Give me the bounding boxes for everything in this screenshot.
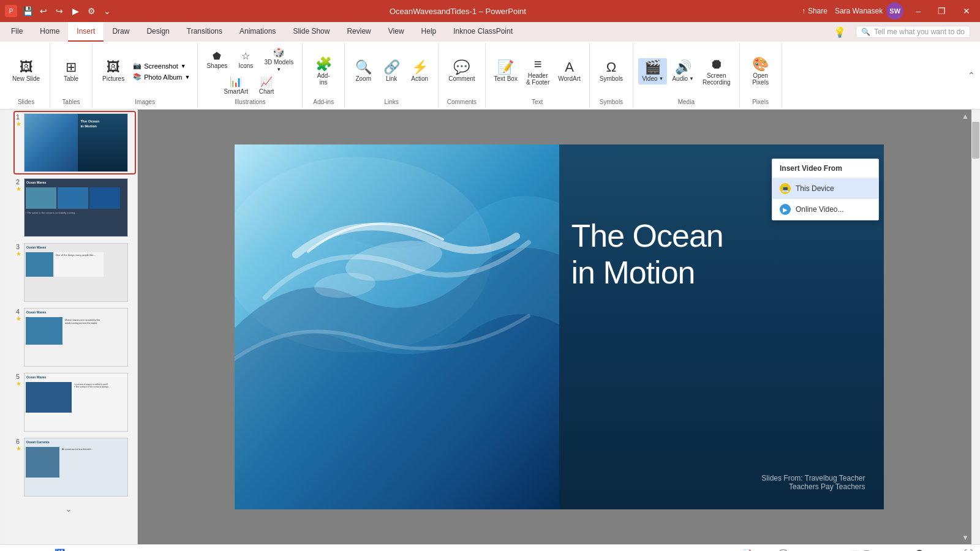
quick-access-toolbar: 💾 ↩ ↪ ▶ ⚙ ⌄ [21, 4, 114, 18]
tab-animations[interactable]: Animations [231, 22, 284, 42]
user-name: Sara Wanasek [835, 7, 883, 15]
restore-button[interactable]: ❐ [933, 5, 951, 17]
presenter-view-button[interactable]: 🖥 [862, 549, 871, 552]
chart-button[interactable]: 📈 Chart [253, 75, 280, 97]
new-slide-label: New Slide [12, 75, 40, 82]
title-bar: P 💾 ↩ ↪ ▶ ⚙ ⌄ OceanWavesandTides-1 – Pow… [0, 0, 980, 22]
shapes-button[interactable]: ⬟ Shapes [203, 49, 231, 72]
3dmodels-button[interactable]: 🎲 3D Models ▼ [260, 45, 297, 75]
tell-me-input[interactable]: 🔍 Tell me what you want to do [856, 26, 970, 38]
smartart-button[interactable]: 📊 SmartArt [221, 75, 252, 97]
slide-item-4[interactable]: 4 ★ Ocean Waves Ocean waves are caused b… [15, 307, 135, 368]
table-button[interactable]: ⊞ Table [55, 58, 87, 84]
slide-thumb-5[interactable]: Ocean Waves • a series of waves is calle… [24, 373, 128, 432]
headerfooter-button[interactable]: ≡ Header& Footer [522, 55, 553, 88]
zoom-control: – + 73% [878, 549, 957, 552]
zoom-button[interactable]: 🔍 Zoom [350, 58, 377, 84]
tab-home[interactable]: Home [31, 22, 68, 42]
pictures-icon: 🖼 [107, 61, 120, 74]
slide-item-3[interactable]: 3 ★ Ocean Waves One of the things many p… [15, 242, 135, 303]
screenrecording-button[interactable]: ⏺ ScreenRecording [699, 55, 734, 88]
openpixels-button[interactable]: 🎨 OpenPixels [745, 55, 777, 88]
share-button[interactable]: ↑ Share [802, 7, 827, 15]
tab-file[interactable]: File [2, 22, 31, 42]
present-button[interactable]: ▶ [69, 4, 82, 18]
tab-view[interactable]: View [380, 22, 413, 42]
reading-view-button[interactable]: 📖 [850, 549, 860, 552]
ribbon-group-links: 🔍 Zoom 🔗 Link ⚡ Action Links [345, 43, 439, 108]
ribbon-collapse-button[interactable]: ⌃ [968, 43, 978, 108]
slide-title-line2: in Motion [571, 255, 865, 291]
slide-thumb-1[interactable]: The Oceanin Motion [24, 113, 128, 172]
link-icon: 🔗 [383, 61, 400, 74]
online-icon: ▶ [780, 204, 791, 215]
audio-arrow[interactable]: ▼ [689, 76, 694, 81]
slide-thumb-2[interactable]: Ocean Waves • The water in the ocean is … [24, 178, 128, 237]
pixels-items: 🎨 OpenPixels [745, 45, 777, 97]
normal-view-button[interactable]: ⊞ [830, 549, 837, 552]
new-slide-button[interactable]: 🖼 New Slide [7, 58, 45, 84]
photoalbum-icon: 📚 [133, 73, 141, 81]
undo-button[interactable]: ↩ [37, 4, 50, 18]
slide-title: The Ocean in Motion [571, 218, 865, 291]
slide-item-6[interactable]: 6 ★ Ocean Currents An ocean current is a… [15, 437, 135, 498]
addins-items: 🧩 Add-ins [307, 45, 339, 97]
slide-panel-scroll-down[interactable]: ⌄ [2, 504, 135, 514]
photoalbum-arrow: ▼ [185, 74, 190, 80]
tab-design[interactable]: Design [138, 22, 178, 42]
ribbon-group-pixels: 🎨 OpenPixels Pixels [740, 43, 782, 108]
screenshot-button[interactable]: 📷 Screenshot ▼ [130, 61, 192, 71]
wave-svg [235, 144, 559, 509]
pixels-group-label: Pixels [752, 97, 769, 105]
slide-item-2[interactable]: 2 ★ Ocean Waves • The water in the ocean… [15, 177, 135, 238]
slide-thumb-4[interactable]: Ocean Waves Ocean waves are caused by th… [24, 308, 128, 367]
slide-attribution: Slides From: Travelbug Teacher Teachers … [761, 474, 865, 491]
canvas-scrollbar-thumb[interactable] [972, 122, 979, 159]
action-button[interactable]: ⚡ Action [406, 58, 433, 84]
wave-image [235, 144, 559, 509]
more-qat-button[interactable]: ⌄ [100, 4, 114, 18]
comment-button[interactable]: 💬 Comment [443, 58, 480, 84]
icons-button[interactable]: ☆ Icons [232, 49, 259, 72]
text-group-label: Text [532, 97, 543, 105]
addins-button[interactable]: 🧩 Add-ins [307, 55, 339, 88]
tab-draw[interactable]: Draw [104, 22, 138, 42]
zoom-in-button[interactable]: + [937, 549, 941, 552]
video-online-item[interactable]: ▶ Online Video... [772, 199, 878, 220]
textbox-button[interactable]: 📝 Text Box [491, 58, 521, 84]
video-arrow[interactable]: ▼ [659, 76, 664, 81]
tab-classpoint[interactable]: Inknoe ClassPoint [445, 22, 521, 42]
tab-slideshow[interactable]: Slide Show [284, 22, 338, 42]
tab-transitions[interactable]: Transitions [178, 22, 231, 42]
audio-button[interactable]: 🔊 Audio ▼ [668, 58, 698, 84]
slide-item-5[interactable]: 5 ★ Ocean Waves • a series of waves is c… [15, 372, 135, 433]
ribbon-group-slides: 🖼 New Slide Slides [2, 43, 50, 108]
canvas-scroll-down[interactable]: ▼ [962, 533, 969, 542]
minimize-button[interactable]: – [911, 5, 925, 17]
customize-qat-button[interactable]: ⚙ [85, 4, 98, 18]
fit-slide-button[interactable]: ⛶ [964, 549, 973, 552]
tab-insert[interactable]: Insert [68, 22, 104, 42]
attribution-line1: Slides From: Travelbug Teacher [761, 474, 865, 482]
close-button[interactable]: ✕ [958, 5, 975, 17]
share-icon: ↑ [802, 7, 805, 15]
slide-sorter-button[interactable]: ⊟ [840, 549, 847, 552]
redo-button[interactable]: ↪ [53, 4, 66, 18]
slide-thumb-3[interactable]: Ocean Waves One of the things many peopl… [24, 243, 128, 302]
zoom-out-button[interactable]: – [878, 549, 883, 552]
photoalbum-button[interactable]: 📚 Photo Album ▼ [130, 72, 192, 82]
symbols-button[interactable]: Ω Symbols [595, 58, 628, 84]
save-button[interactable]: 💾 [21, 4, 34, 18]
slide-thumb-6[interactable]: Ocean Currents An ocean current is a dir… [24, 438, 128, 497]
video-button[interactable]: 🎬 Video ▼ [638, 58, 667, 84]
wordart-icon: A [565, 61, 574, 74]
link-button[interactable]: 🔗 Link [378, 58, 405, 84]
photoalbum-label: Photo Album [144, 73, 182, 81]
pictures-button[interactable]: 🖼 Pictures [97, 58, 129, 84]
wordart-button[interactable]: A WordArt [554, 58, 584, 84]
slide-item-1[interactable]: 1 ★ The Oceanin Motion [15, 112, 135, 173]
canvas-scroll-up[interactable]: ▲ [962, 112, 969, 121]
video-this-device-item[interactable]: 💻 This Device [772, 178, 878, 199]
tab-review[interactable]: Review [338, 22, 379, 42]
tab-help[interactable]: Help [413, 22, 445, 42]
